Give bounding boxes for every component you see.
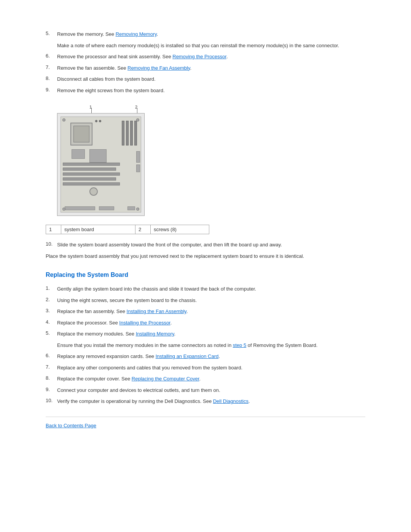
replacing-computer-cover-link[interactable]: Replacing the Computer Cover [132,376,199,382]
table-cell-name2: screws (8) [151,225,209,234]
removing-memory-link[interactable]: Removing Memory [116,31,157,37]
installing-processor-link[interactable]: Installing the Processor [119,320,170,326]
replace-step-5-note: Ensure that you install the memory modul… [57,342,365,349]
step-7-remove-fan: 7. Remove the fan assemble. See Removing… [46,64,365,72]
step-5-note: Make a note of where each memory module(… [57,42,365,50]
back-to-contents-link[interactable]: Back to Contents Page [46,423,96,428]
ram-slot-2 [126,121,129,145]
screw-tr [136,118,139,121]
step-number: 7. [46,64,57,70]
replace-step-6: 6. Replace any removed expansion cards. … [46,353,365,360]
step-number: 6. [46,353,57,358]
step-number: 8. [46,375,57,381]
cpu-chip [73,126,89,142]
replace-step-8: 8. Replace the computer cover. See Repla… [46,375,365,383]
step-number: 9. [46,87,57,93]
step-text: Replace the memory modules. See Installi… [57,330,175,338]
chip-1 [72,149,85,159]
screw-tl [62,118,65,121]
step-text: Replace the fan assembly. See Installing… [57,308,188,315]
step-5-remove-memory: 5. Remove the memory. See Removing Memor… [46,30,365,38]
chip-2 [89,149,107,163]
step-text: Replace any removed expansion cards. See… [57,353,220,360]
step-6-remove-processor: 6. Remove the processor and heat sink as… [46,53,365,61]
pci-slot-1 [63,163,120,166]
pci-slot-3 [63,173,120,176]
footer-divider [46,417,365,417]
footer: Back to Contents Page [46,423,365,428]
replace-step-2: 2. Using the eight screws, secure the sy… [46,297,365,304]
replace-step-9: 9. Connect your computer and devices to … [46,387,365,394]
battery [89,187,98,196]
step-number: 9. [46,387,57,392]
replace-step-10: 10. Verify the computer is operational b… [46,398,365,405]
cap-1 [95,120,97,122]
step-text: Remove the processor and heat sink assem… [57,53,228,61]
step-8-disconnect-cables: 8. Disconnect all cables from the system… [46,75,365,83]
installing-expansion-card-link[interactable]: Installing an Expansion Card [156,353,219,359]
pci-slot-4 [63,177,116,181]
replace-step-7: 7. Replace any other components and cabl… [46,364,365,372]
step-number: 2. [46,297,57,302]
step-text: Verify the computer is operational by ru… [57,398,250,405]
ram-slot-3 [130,121,133,145]
connector-bottom-2 [99,206,114,210]
step-number: 3. [46,308,57,313]
step-number: 6. [46,53,57,59]
ram-slot-4 [134,121,137,145]
connector-bottom-3 [127,206,135,210]
step-text: Remove the eight screws from the system … [57,87,165,94]
diagram-container: 1 2 [57,102,365,217]
step-number: 5. [46,330,57,336]
installing-memory-link[interactable]: Installing Memory [136,331,174,337]
connector-bottom-1 [65,206,95,210]
pci-slot-5 [63,182,120,185]
screw-br [136,208,139,211]
step-text: Using the eight screws, secure the syste… [57,297,197,304]
connector-1 [136,151,140,163]
step-number: 1. [46,285,57,291]
table-cell-num2: 2 [135,225,151,234]
step-text: Remove the memory. See Removing Memory. [57,30,158,38]
step-text: Gently align the system board into the c… [57,285,256,293]
step-text: Remove the fan assemble. See Removing th… [57,64,191,72]
parts-table: 1 system board 2 screws (8) [46,225,209,234]
step-number: 7. [46,364,57,370]
connector-2 [136,165,140,172]
step5-ref-link[interactable]: step 5 [233,342,246,348]
removing-processor-link[interactable]: Removing the Processor [172,54,226,59]
replace-step-5: 5. Replace the memory modules. See Insta… [46,330,365,338]
step-text: Replace the computer cover. See Replacin… [57,375,201,383]
ram-slot-1 [122,121,124,145]
table-cell-name1: system board [61,225,135,234]
cap-2 [99,120,101,122]
dell-diagnostics-link[interactable]: Dell Diagnostics [213,398,249,404]
step-number: 5. [46,30,57,36]
table-cell-num1: 1 [46,225,61,234]
replace-step-4: 4. Replace the processor. See Installing… [46,319,365,327]
pci-slot-2 [63,168,116,171]
cpu-area [70,123,92,145]
step-text: Disconnect all cables from the system bo… [57,75,156,83]
step-number: 4. [46,319,57,325]
replace-step-1: 1. Gently align the system board into th… [46,285,365,293]
step-9-remove-screws: 9. Remove the eight screws from the syst… [46,87,365,94]
screw-bl [62,208,65,211]
mb-inner [61,117,141,212]
installing-fan-link[interactable]: Installing the Fan Assembly [127,308,186,314]
step-number: 10. [46,241,57,247]
step-10-slide-board: 10. Slide the system board assembly towa… [46,241,365,249]
step-text: Replace any other components and cables … [57,364,242,372]
step-number: 10. [46,398,57,403]
step-text: Replace the processor. See Installing th… [57,319,172,327]
ram-slots [122,121,137,145]
replace-step-3: 3. Replace the fan assembly. See Install… [46,308,365,315]
motherboard-diagram [57,113,145,216]
plain-note: Place the system board assembly that you… [46,252,365,260]
replacing-system-board-heading: Replacing the System Board [46,272,365,278]
step-number: 8. [46,75,57,81]
removing-fan-link[interactable]: Removing the Fan Assembly [127,65,190,71]
step-text: Connect your computer and devices to ele… [57,387,220,394]
table-row: 1 system board 2 screws (8) [46,225,209,234]
step-text: Slide the system board assembly toward t… [57,241,282,249]
